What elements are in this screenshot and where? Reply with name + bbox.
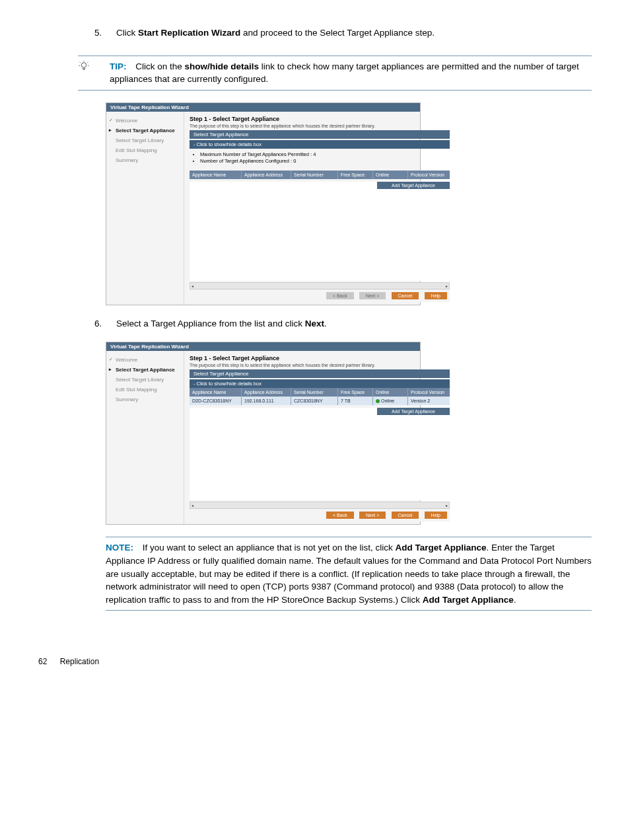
step-subtitle: The purpose of this step is to select th… [190,124,450,128]
col-appliance-name: Appliance Name [190,388,242,397]
note-pre: If you want to select an appliance that … [143,543,396,553]
step-5: Click Start Replication Wizard and proce… [104,26,592,40]
scroll-right-icon[interactable]: ▸ [444,284,449,288]
cell-protocol: Version 2 [408,397,450,405]
col-protocol: Protocol Version [408,388,450,397]
page-footer: 62 Replication [38,657,592,666]
next-button[interactable]: Next > [359,512,386,519]
show-hide-details-link[interactable]: - Click to show/hide details box [190,140,450,149]
col-free-space: Free Space [338,388,373,397]
table-body-rest: Add Target Appliance [190,408,450,500]
back-button[interactable]: < Back [326,512,354,519]
wizard-1: Virtual Tape Replication Wizard Welcome … [106,102,421,305]
lightbulb-icon [78,60,110,75]
tip-rule-bottom [78,90,592,91]
col-appliance-name: Appliance Name [190,171,242,179]
add-target-appliance-button[interactable]: Add Target Appliance [377,408,450,415]
note-label: NOTE: [106,543,133,553]
note-strong1: Add Target Appliance [395,543,486,553]
table-header: Appliance Name Appliance Address Serial … [190,388,450,397]
footer-section: Replication [60,657,99,666]
nav-select-target-appliance[interactable]: Select Target Appliance [110,126,180,135]
table-body-empty: Add Target Appliance [190,182,450,281]
cell-serial: CZC83018NY [291,397,338,405]
note-rule-top [106,537,592,537]
cell-appliance-address: 192.168.0.111 [242,397,291,405]
cancel-button[interactable]: Cancel [392,512,419,519]
scroll-left-icon[interactable]: ◂ [190,503,195,508]
help-button[interactable]: Help [425,292,447,299]
note-post2: . [514,595,516,605]
online-status-icon [376,399,380,403]
cell-online-text: Online [381,399,394,403]
svg-line-5 [87,61,88,62]
wizard-nav: Welcome Select Target Appliance Select T… [106,351,184,524]
step-6: Select a Target Appliance from the list … [104,317,592,330]
col-appliance-address: Appliance Address [242,171,291,179]
detail-configured: Number of Target Appliances Configured :… [200,158,450,165]
nav-summary[interactable]: Summary [110,395,180,404]
note-strong2: Add Target Appliance [423,595,514,605]
step-title: Step 1 - Select Target Appliance [190,116,450,122]
note-rule-bottom [106,610,592,611]
page-number: 62 [38,657,47,666]
col-appliance-address: Appliance Address [242,388,291,397]
scroll-left-icon[interactable]: ◂ [190,284,195,288]
help-button[interactable]: Help [425,512,447,519]
step5-strong: Start Replication Wizard [138,28,240,38]
tip-pre: Click on the [135,61,184,71]
note-text: NOTE: If you want to select an appliance… [106,541,592,606]
tip-text: TIP: Click on the show/hide details link… [110,60,592,86]
nav-select-target-library[interactable]: Select Target Library [110,375,180,385]
cancel-button[interactable]: Cancel [392,292,419,299]
scroll-right-icon[interactable]: ▸ [444,503,449,508]
col-serial: Serial Number [291,171,338,179]
nav-edit-slot-mapping[interactable]: Edit Slot Mapping [110,145,180,155]
nav-summary[interactable]: Summary [110,155,180,165]
back-button[interactable]: < Back [326,292,354,299]
show-hide-details-link[interactable]: - Click to show/hide details box [190,379,450,388]
step5-post: and proceed to the Select Target Applian… [240,28,435,38]
step6-strong: Next [305,319,324,328]
step5-pre: Click [116,28,138,38]
wizard-nav: Welcome Select Target Appliance Select T… [106,112,184,305]
wizard-2: Virtual Tape Replication Wizard Welcome … [106,342,421,525]
nav-welcome[interactable]: Welcome [110,116,180,126]
col-serial: Serial Number [291,388,338,397]
col-online: Online [373,388,408,397]
add-target-appliance-button[interactable]: Add Target Appliance [377,182,450,189]
horizontal-scrollbar[interactable]: ◂▸ [190,282,450,289]
col-protocol: Protocol Version [408,171,450,179]
nav-select-target-library[interactable]: Select Target Library [110,135,180,145]
tip-strong: show/hide details [185,61,260,71]
svg-point-0 [81,62,87,67]
svg-line-4 [80,61,81,62]
table-header: Appliance Name Appliance Address Serial … [190,171,450,179]
table-row[interactable]: D2D-CZC83018NY 192.168.0.111 CZC83018NY … [190,397,450,405]
nav-edit-slot-mapping[interactable]: Edit Slot Mapping [110,385,180,395]
horizontal-scrollbar[interactable]: ◂▸ [190,502,450,509]
step-title: Step 1 - Select Target Appliance [190,355,450,362]
wizard-title: Virtual Tape Replication Wizard [106,342,420,351]
col-online: Online [373,171,408,179]
tip-rule-top [78,56,592,56]
tip-label: TIP: [110,61,127,71]
cell-online: Online [373,397,408,405]
next-button[interactable]: Next > [359,292,386,299]
detail-permitted: Maximum Number of Target Appliances Perm… [200,151,450,159]
step6-post: . [324,319,327,328]
wizard-title: Virtual Tape Replication Wizard [106,103,420,112]
cell-appliance-name: D2D-CZC83018NY [190,397,242,405]
nav-welcome[interactable]: Welcome [110,355,180,365]
col-free-space: Free Space [338,171,373,179]
cell-free-space: 7 TB [338,397,373,405]
step-subtitle: The purpose of this step is to select th… [190,363,450,367]
section-head: Select Target Appliance [190,369,450,378]
step6-pre: Select a Target Appliance from the list … [116,319,305,328]
nav-select-target-appliance[interactable]: Select Target Appliance [110,365,180,375]
section-head: Select Target Appliance [190,130,450,139]
